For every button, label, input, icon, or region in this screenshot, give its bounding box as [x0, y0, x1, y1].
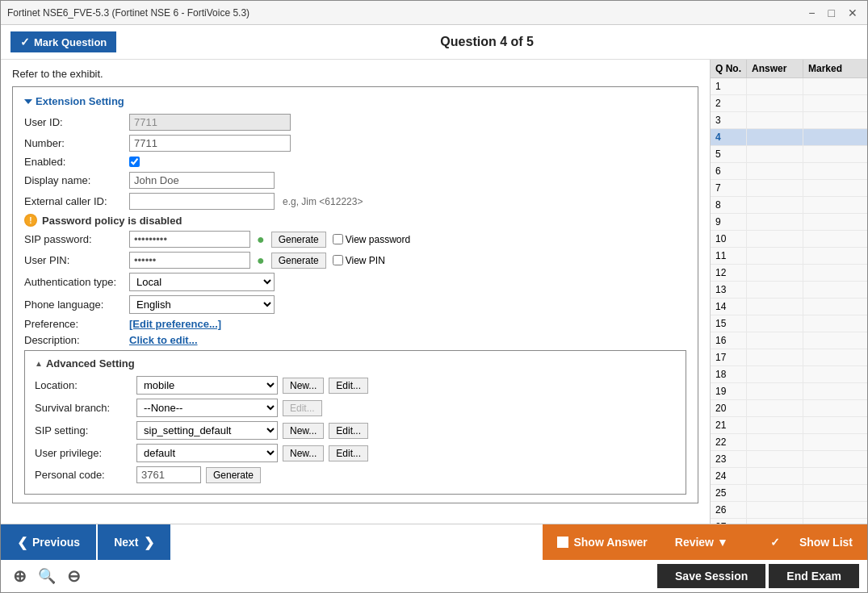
save-session-button[interactable]: Save Session — [657, 564, 765, 588]
auth-type-select[interactable]: Local — [129, 273, 275, 291]
question-list-item[interactable]: 16 — [711, 332, 867, 349]
q-number: 26 — [711, 502, 747, 518]
question-list-item[interactable]: 5 — [711, 146, 867, 163]
q-answer — [747, 248, 803, 264]
password-policy-row: ! Password policy is disabled — [24, 214, 686, 227]
question-list-item[interactable]: 11 — [711, 248, 867, 265]
question-title: Question 4 of 5 — [116, 35, 858, 49]
survival-select[interactable]: --None-- — [136, 399, 278, 417]
question-list-item[interactable]: 17 — [711, 349, 867, 366]
right-panel: Q No. Answer Marked 1 2 3 4 5 6 — [710, 60, 867, 524]
close-button[interactable]: ✕ — [845, 6, 861, 19]
phone-language-select[interactable]: English — [129, 295, 275, 314]
question-list-item[interactable]: 8 — [711, 197, 867, 214]
question-list-item[interactable]: 21 — [711, 417, 867, 434]
user-id-row: User ID: — [24, 114, 686, 131]
sip-password-input[interactable] — [129, 231, 250, 248]
sip-edit-button[interactable]: Edit... — [329, 423, 368, 439]
view-pin-checkbox[interactable] — [333, 255, 343, 265]
privilege-edit-button[interactable]: Edit... — [329, 445, 368, 461]
minimize-button[interactable]: − — [805, 6, 818, 19]
sip-generate-button[interactable]: Generate — [271, 232, 326, 248]
question-list-item[interactable]: 14 — [711, 299, 867, 315]
question-list-item[interactable]: 23 — [711, 451, 867, 468]
review-button[interactable]: Review ▼ — [662, 524, 741, 560]
show-list-label: Show List — [799, 536, 853, 549]
question-list-item[interactable]: 22 — [711, 434, 867, 451]
auth-type-label: Authentication type: — [24, 276, 129, 288]
question-list-item[interactable]: 18 — [711, 366, 867, 383]
next-button[interactable]: Next ❯ — [98, 524, 170, 560]
location-edit-button[interactable]: Edit... — [329, 378, 368, 394]
question-list-item[interactable]: 4 — [711, 129, 867, 146]
show-list-button[interactable]: ✓ Show List — [741, 524, 867, 560]
personal-code-input[interactable] — [136, 466, 201, 483]
q-marked — [803, 214, 867, 230]
personal-code-label: Personal code: — [35, 469, 132, 481]
extension-setting-title: Extension Setting — [24, 95, 686, 107]
q-marked — [803, 265, 867, 281]
end-exam-button[interactable]: End Exam — [769, 564, 859, 588]
question-list-item[interactable]: 25 — [711, 485, 867, 502]
user-pin-label: User PIN: — [24, 254, 129, 266]
phone-language-row: Phone language: English — [24, 295, 686, 314]
q-number: 9 — [711, 214, 747, 230]
location-row: Location: mobile New... Edit... — [35, 376, 676, 395]
auth-type-row: Authentication type: Local — [24, 273, 686, 291]
view-password-label: View password — [333, 234, 410, 245]
zoom-controls: ⊕ 🔍 ⊖ — [9, 565, 85, 587]
show-answer-button[interactable]: Show Answer — [543, 524, 661, 560]
view-password-checkbox[interactable] — [333, 234, 343, 244]
mark-question-button[interactable]: ✓ Mark Question — [10, 31, 116, 52]
question-list-item[interactable]: 19 — [711, 383, 867, 400]
question-list-item[interactable]: 6 — [711, 163, 867, 180]
privilege-new-button[interactable]: New... — [283, 445, 324, 461]
pin-generate-button[interactable]: Generate — [271, 253, 326, 269]
q-marked — [803, 146, 867, 162]
main-area: Refer to the exhibit. Extension Setting … — [1, 60, 867, 524]
user-privilege-row: User privilege: default New... Edit... — [35, 444, 676, 462]
question-list-item[interactable]: 7 — [711, 180, 867, 197]
zoom-normal-button[interactable]: 🔍 — [34, 566, 60, 587]
preference-link[interactable]: [Edit preference...] — [129, 318, 221, 330]
zoom-out-button[interactable]: ⊖ — [63, 565, 85, 587]
enabled-checkbox[interactable] — [129, 157, 140, 167]
mark-check-icon: ✓ — [20, 35, 30, 48]
external-caller-input[interactable] — [129, 193, 275, 210]
user-pin-ok-icon: ● — [257, 253, 265, 268]
zoom-in-button[interactable]: ⊕ — [9, 565, 31, 587]
number-input[interactable] — [129, 135, 291, 152]
sip-password-label: SIP password: — [24, 233, 129, 245]
description-link[interactable]: Click to edit... — [129, 334, 198, 346]
q-marked — [803, 299, 867, 315]
location-new-button[interactable]: New... — [283, 378, 324, 394]
q-number: 18 — [711, 366, 747, 382]
question-list-item[interactable]: 12 — [711, 265, 867, 282]
advanced-setting-title: Advanced Setting — [35, 357, 676, 370]
sip-password-ok-icon: ● — [257, 232, 265, 247]
question-list-item[interactable]: 1 — [711, 78, 867, 95]
display-name-input[interactable] — [129, 172, 275, 189]
user-id-input[interactable] — [129, 114, 291, 131]
previous-button[interactable]: ❮ Previous — [1, 524, 96, 560]
question-list-item[interactable]: 9 — [711, 214, 867, 231]
question-list-item[interactable]: 26 — [711, 502, 867, 519]
q-marked — [803, 163, 867, 179]
question-list-item[interactable]: 20 — [711, 400, 867, 417]
question-list-item[interactable]: 15 — [711, 315, 867, 332]
q-answer — [747, 485, 803, 501]
question-list-item[interactable]: 13 — [711, 282, 867, 299]
q-marked — [803, 95, 867, 111]
user-pin-input[interactable] — [129, 252, 250, 269]
question-list-item[interactable]: 10 — [711, 231, 867, 248]
question-list-item[interactable]: 24 — [711, 468, 867, 485]
location-select[interactable]: mobile — [136, 376, 278, 395]
q-answer — [747, 146, 803, 162]
question-list-item[interactable]: 2 — [711, 95, 867, 112]
sip-new-button[interactable]: New... — [283, 423, 324, 439]
question-list-item[interactable]: 3 — [711, 112, 867, 129]
sip-setting-select[interactable]: sip_setting_default — [136, 421, 278, 440]
maximize-button[interactable]: □ — [825, 6, 838, 19]
user-privilege-select[interactable]: default — [136, 444, 278, 462]
personal-generate-button[interactable]: Generate — [206, 467, 261, 483]
